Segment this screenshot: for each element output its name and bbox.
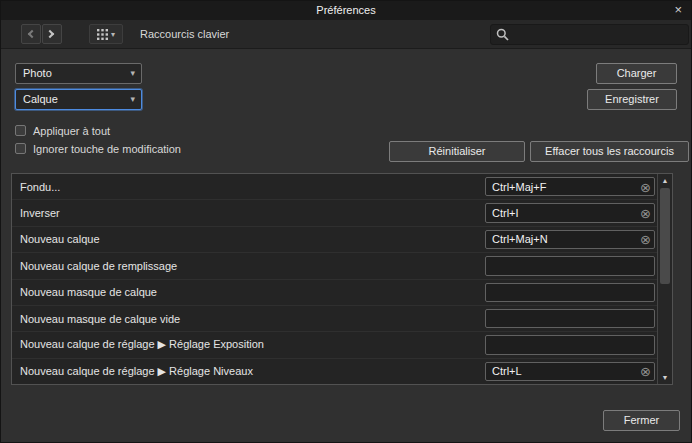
category-dropdown[interactable]: Calque ▾ [15,89,142,110]
reset-button[interactable]: Réinitialiser [389,141,525,162]
apply-all-row: Appliquer à tout [15,124,110,137]
shortcut-input[interactable]: Ctrl+Maj+F ⊗ [485,177,655,196]
shortcut-input[interactable]: ⊗ [485,335,655,354]
chevron-down-icon: ▾ [130,90,135,109]
ignore-modifier-label: Ignorer touche de modification [33,143,181,155]
shortcut-label: Fondu... [20,181,60,193]
shortcut-value: Ctrl+Maj+N [492,233,548,245]
back-button[interactable] [21,24,41,44]
ignore-modifier-row: Ignorer touche de modification [15,142,181,155]
clear-shortcut-icon[interactable]: ⊗ [640,364,651,379]
category-value: Calque [23,90,58,109]
shortcut-label: Nouveau calque de remplissage [20,260,177,272]
load-button[interactable]: Charger [596,63,677,84]
chevron-down-icon: ▾ [130,64,135,83]
shortcut-row[interactable]: Nouveau calque Ctrl+Maj+N ⊗ [12,227,657,253]
list-scrollbar[interactable]: ▲ ▼ [657,174,672,384]
apply-all-label: Appliquer à tout [33,125,110,137]
shortcut-row[interactable]: Nouveau calque de réglage ▶ Réglage Nive… [12,359,657,384]
shortcut-input[interactable]: Ctrl+L ⊗ [485,362,655,381]
app-preset-value: Photo [23,64,52,83]
ignore-modifier-checkbox[interactable] [15,143,26,154]
shortcut-label: Nouveau masque de calque vide [20,313,180,325]
shortcut-row[interactable]: Inverser Ctrl+I ⊗ [12,200,657,226]
shortcut-label: Inverser [20,207,60,219]
shortcut-input[interactable]: ⊗ [485,256,655,275]
apply-all-checkbox[interactable] [15,125,26,136]
app-preset-dropdown[interactable]: Photo ▾ [15,63,142,84]
preferences-toolbar: ▾ Raccourcis clavier [1,20,691,49]
scrollbar-thumb[interactable] [660,188,670,284]
save-button[interactable]: Enregistrer [587,89,677,110]
chevron-right-icon [46,30,54,38]
shortcut-row[interactable]: Nouveau masque de calque ⊗ [12,280,657,306]
preferences-window: Préférences × ▾ Raccourcis clavier [0,0,692,443]
window-close-icon[interactable]: × [674,1,682,19]
scroll-down-icon[interactable]: ▼ [658,371,672,384]
shortcut-value: Ctrl+L [492,365,522,377]
shortcut-label: Nouveau masque de calque [20,286,157,298]
shortcut-list: Fondu... Ctrl+Maj+F ⊗ Inverser Ctrl+I ⊗ … [11,173,673,385]
shortcut-row[interactable]: Nouveau calque de remplissage ⊗ [12,253,657,279]
scroll-up-icon[interactable]: ▲ [658,174,672,187]
clear-shortcut-icon[interactable]: ⊗ [640,179,651,194]
chevron-down-icon: ▾ [111,30,115,39]
clear-all-shortcuts-button[interactable]: Effacer tous les raccourcis [530,141,689,162]
chevron-left-icon [28,30,36,38]
search-input[interactable] [514,29,683,41]
shortcut-label: Nouveau calque de réglage ▶ Réglage Nive… [20,365,253,378]
search-icon [496,28,509,41]
shortcut-label: Nouveau calque de réglage ▶ Réglage Expo… [20,338,264,351]
clear-shortcut-icon[interactable]: ⊗ [640,206,651,221]
clear-shortcut-icon[interactable]: ⊗ [640,232,651,247]
shortcut-row[interactable]: Fondu... Ctrl+Maj+F ⊗ [12,174,657,200]
shortcut-input[interactable]: Ctrl+I ⊗ [485,203,655,222]
shortcut-label: Nouveau calque [20,233,100,245]
shortcut-input[interactable]: ⊗ [485,309,655,328]
shortcut-value: Ctrl+I [492,207,519,219]
shortcut-value: Ctrl+Maj+F [492,181,546,193]
window-title: Préférences [1,1,691,20]
window-titlebar[interactable]: Préférences × [1,1,691,20]
sections-grid-button[interactable]: ▾ [89,24,123,44]
close-dialog-button[interactable]: Fermer [603,410,680,431]
forward-button[interactable] [42,24,62,44]
shortcut-row[interactable]: Nouveau masque de calque vide ⊗ [12,306,657,332]
shortcut-input[interactable]: ⊗ [485,283,655,302]
section-title: Raccourcis clavier [140,20,229,49]
search-field[interactable] [490,24,689,45]
shortcut-rows: Fondu... Ctrl+Maj+F ⊗ Inverser Ctrl+I ⊗ … [12,174,657,384]
shortcut-row[interactable]: Nouveau calque de réglage ▶ Réglage Expo… [12,332,657,358]
shortcut-input[interactable]: Ctrl+Maj+N ⊗ [485,230,655,249]
grid-view-icon [97,29,108,40]
